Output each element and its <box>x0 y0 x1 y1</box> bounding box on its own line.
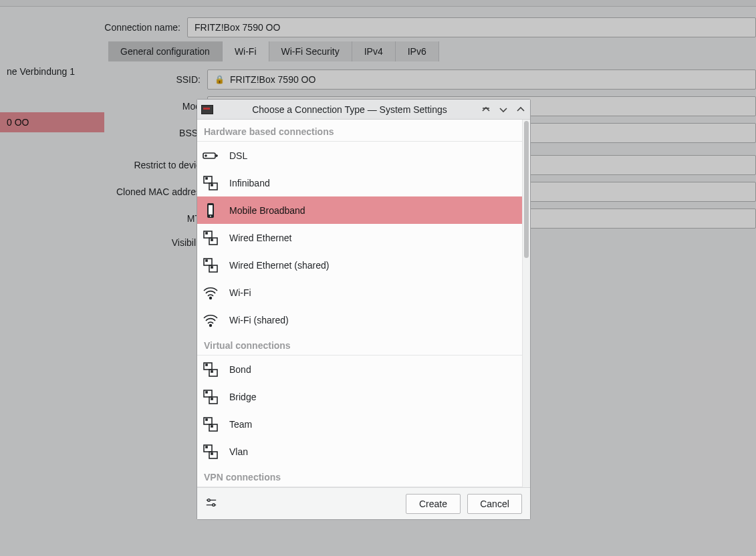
minimize-icon[interactable] <box>498 104 509 115</box>
tab-wifi-security[interactable]: Wi-Fi Security <box>269 41 352 61</box>
svg-rect-19 <box>204 363 212 370</box>
ssid-label: SSID: <box>104 74 202 85</box>
sidebar-item[interactable]: ne Verbindung 1 <box>0 61 104 82</box>
connection-name-label: Connection name: <box>104 22 182 33</box>
connection-sidebar: ne Verbindung 1 0 OO <box>0 0 104 556</box>
conn-label: Wired Ethernet (shared) <box>229 260 329 271</box>
svg-rect-14 <box>209 265 217 272</box>
section-vpn: VPN connections <box>197 465 522 487</box>
svg-rect-7 <box>209 205 213 215</box>
smartphone-icon <box>201 201 220 220</box>
tab-wifi[interactable]: Wi-Fi <box>223 41 269 61</box>
dialog-titlebar[interactable]: Choose a Connection Type — System Settin… <box>197 100 530 120</box>
dialog-footer: Create Cancel <box>197 487 530 519</box>
maximize-icon[interactable] <box>515 104 526 115</box>
restrict-label: Restrict to devic <box>104 160 202 170</box>
conn-label: Wi-Fi <box>229 287 251 298</box>
section-virtual: Virtual connections <box>197 333 522 356</box>
visibility-label: Visibilit <box>104 237 202 248</box>
svg-rect-20 <box>209 370 217 376</box>
connection-name-input[interactable]: FRITZ!Box 7590 OO <box>187 17 756 37</box>
window-top-strip <box>0 0 756 7</box>
cancel-button[interactable]: Cancel <box>467 494 522 514</box>
svg-rect-33 <box>206 446 207 448</box>
conn-label: Team <box>229 419 252 430</box>
svg-rect-10 <box>209 238 217 245</box>
ethernet-icon <box>201 442 220 461</box>
cloned-mac-label: Cloned MAC addres <box>104 186 202 197</box>
conn-item-bond[interactable]: Bond <box>197 356 522 383</box>
connection-type-list: Hardware based connections DSL Infiniban… <box>197 120 522 487</box>
create-button[interactable]: Create <box>406 494 461 514</box>
svg-rect-22 <box>211 371 213 372</box>
svg-point-1 <box>205 155 207 156</box>
svg-rect-12 <box>211 239 213 241</box>
svg-rect-34 <box>211 453 213 454</box>
svg-point-18 <box>210 324 212 326</box>
ethernet-icon <box>201 415 220 434</box>
svg-rect-5 <box>211 184 213 186</box>
svg-rect-26 <box>211 398 213 400</box>
svg-rect-21 <box>206 364 207 366</box>
conn-item-vlan[interactable]: Vlan <box>197 438 522 465</box>
tab-ipv6[interactable]: IPv6 <box>396 41 439 61</box>
dialog-title: Choose a Connection Type — System Settin… <box>219 104 481 115</box>
svg-rect-3 <box>209 183 217 190</box>
mode-label: Mod <box>104 101 202 112</box>
conn-label: Wi-Fi (shared) <box>229 315 289 325</box>
svg-rect-4 <box>206 178 207 179</box>
conn-label: Mobile Broadband <box>229 205 305 216</box>
app-icon <box>201 105 213 114</box>
keep-above-icon[interactable] <box>481 104 491 115</box>
conn-item-dsl[interactable]: DSL <box>197 142 522 169</box>
svg-rect-24 <box>209 397 217 404</box>
svg-point-8 <box>210 215 211 217</box>
tab-ipv4[interactable]: IPv4 <box>352 41 396 61</box>
scrollbar[interactable] <box>522 120 530 487</box>
connection-name-value: FRITZ!Box 7590 OO <box>195 22 280 33</box>
conn-item-wifi-shared[interactable]: Wi-Fi (shared) <box>197 306 522 333</box>
lock-icon: 🔒 <box>215 75 225 84</box>
sidebar-item-selected[interactable]: 0 OO <box>0 112 104 132</box>
ssid-value: FRITZ!Box 7590 OO <box>230 74 316 85</box>
bssid-label: BSSI <box>104 128 202 138</box>
conn-label: DSL <box>229 150 247 161</box>
svg-point-36 <box>213 504 215 507</box>
scrollbar-thumb[interactable] <box>524 121 529 258</box>
svg-rect-29 <box>206 419 207 420</box>
conn-label: Vlan <box>229 446 248 457</box>
tab-general[interactable]: General configuration <box>108 41 223 61</box>
connection-type-dialog: Choose a Connection Type — System Settin… <box>197 99 531 520</box>
svg-rect-23 <box>204 390 212 397</box>
conn-item-infiniband[interactable]: Infiniband <box>197 169 522 196</box>
ssid-input[interactable]: 🔒 FRITZ!Box 7590 OO <box>207 70 756 90</box>
wifi-icon <box>201 311 220 329</box>
svg-rect-16 <box>211 267 213 268</box>
ethernet-icon <box>201 256 220 275</box>
ethernet-icon <box>201 174 220 192</box>
conn-item-team[interactable]: Team <box>197 410 522 438</box>
conn-label: Infiniband <box>229 178 270 188</box>
conn-label: Bond <box>229 364 251 375</box>
svg-rect-31 <box>204 445 212 452</box>
conn-item-wired-ethernet-shared[interactable]: Wired Ethernet (shared) <box>197 251 522 279</box>
svg-rect-30 <box>211 426 213 427</box>
conn-item-bridge[interactable]: Bridge <box>197 383 522 410</box>
svg-rect-32 <box>209 452 217 458</box>
section-hardware: Hardware based connections <box>197 120 522 142</box>
ethernet-icon <box>201 360 220 379</box>
conn-item-wifi[interactable]: Wi-Fi <box>197 279 522 306</box>
conn-item-mobile-broadband[interactable]: Mobile Broadband <box>197 196 522 224</box>
svg-rect-25 <box>206 392 207 393</box>
ethernet-icon <box>201 388 220 406</box>
conn-item-wired-ethernet[interactable]: Wired Ethernet <box>197 224 522 251</box>
svg-rect-28 <box>209 424 217 431</box>
configure-icon[interactable] <box>205 497 217 511</box>
svg-rect-27 <box>204 418 212 424</box>
tabs: General configuration Wi-Fi Wi-Fi Securi… <box>108 41 756 61</box>
svg-rect-9 <box>204 231 212 238</box>
conn-label: Bridge <box>229 392 256 402</box>
mtu-label: MT <box>104 213 202 224</box>
wifi-icon <box>201 283 220 302</box>
svg-rect-15 <box>206 260 207 261</box>
